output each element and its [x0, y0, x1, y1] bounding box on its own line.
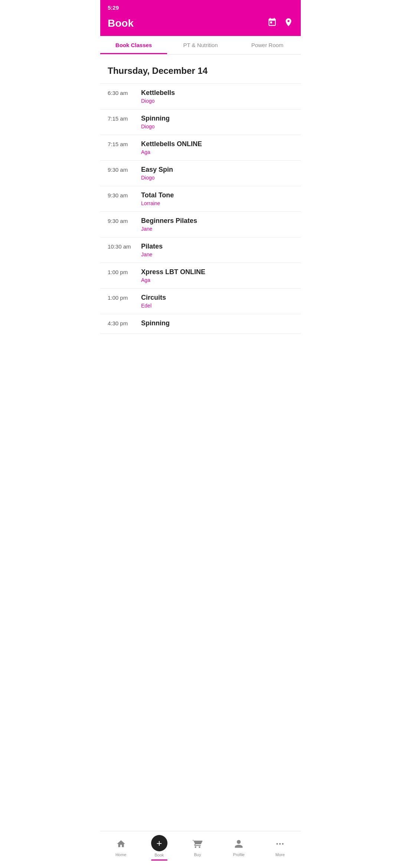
class-time: 4:30 pm — [108, 319, 141, 326]
main-content: Thursday, December 14 6:30 amKettlebells… — [100, 55, 301, 371]
class-info: Beginners PilatesJane — [141, 217, 293, 232]
class-info: CircuitsEdel — [141, 294, 293, 309]
class-info: SpinningDiogo — [141, 115, 293, 129]
location-icon[interactable] — [284, 17, 293, 29]
class-time: 7:15 am — [108, 140, 141, 147]
class-item[interactable]: 9:30 amTotal ToneLorraine — [100, 186, 301, 211]
class-instructor: Jane — [141, 251, 293, 257]
class-instructor: Aga — [141, 277, 293, 283]
date-heading: Thursday, December 14 — [100, 62, 301, 83]
class-item[interactable]: 1:00 pmCircuitsEdel — [100, 288, 301, 314]
class-name: Circuits — [141, 294, 293, 302]
plus-icon: + — [156, 838, 162, 848]
class-instructor: Edel — [141, 303, 293, 309]
class-time: 6:30 am — [108, 89, 141, 96]
nav-label-buy: Buy — [194, 852, 201, 857]
status-time: 5:29 — [108, 4, 119, 11]
class-instructor: Diogo — [141, 175, 293, 181]
class-time: 1:00 pm — [108, 268, 141, 275]
nav-item-buy[interactable]: Buy — [186, 839, 209, 857]
class-info: Total ToneLorraine — [141, 191, 293, 206]
profile-icon — [234, 839, 244, 851]
page-title: Book — [108, 17, 134, 29]
class-name: Kettlebells ONLINE — [141, 140, 293, 148]
nav-label-home: Home — [115, 852, 126, 857]
class-instructor: Diogo — [141, 124, 293, 129]
class-name: Kettlebells — [141, 89, 293, 97]
class-time: 9:30 am — [108, 191, 141, 198]
svg-point-2 — [282, 843, 284, 844]
class-time: 9:30 am — [108, 166, 141, 173]
class-info: Spinning — [141, 319, 293, 328]
class-name: Easy Spin — [141, 166, 293, 174]
book-tab-indicator — [151, 859, 167, 861]
class-item[interactable]: 7:15 amSpinningDiogo — [100, 109, 301, 135]
class-info: PilatesJane — [141, 243, 293, 257]
class-item[interactable]: 4:30 pmSpinning — [100, 314, 301, 334]
class-time: 10:30 am — [108, 243, 141, 250]
class-info: Xpress LBT ONLINEAga — [141, 268, 293, 283]
class-item[interactable]: 7:15 amKettlebells ONLINEAga — [100, 135, 301, 160]
bottom-navigation: Home + Book Buy Profile More — [100, 831, 301, 868]
class-instructor: Diogo — [141, 98, 293, 104]
svg-point-0 — [277, 843, 278, 844]
class-item[interactable]: 9:30 amBeginners PilatesJane — [100, 211, 301, 237]
nav-item-home[interactable]: Home — [110, 839, 132, 857]
buy-icon — [193, 839, 202, 851]
class-info: Easy SpinDiogo — [141, 166, 293, 181]
class-item[interactable]: 10:30 amPilatesJane — [100, 237, 301, 263]
tab-power-room[interactable]: Power Room — [234, 36, 301, 54]
class-info: Kettlebells ONLINEAga — [141, 140, 293, 155]
class-time: 1:00 pm — [108, 294, 141, 301]
tab-pt-nutrition[interactable]: PT & Nutrition — [167, 36, 234, 54]
header-icons — [267, 17, 293, 29]
class-name: Pilates — [141, 243, 293, 250]
class-name: Beginners Pilates — [141, 217, 293, 225]
class-item[interactable]: 9:30 amEasy SpinDiogo — [100, 160, 301, 186]
class-instructor: Lorraine — [141, 200, 293, 206]
nav-label-book: Book — [154, 853, 164, 857]
nav-item-more[interactable]: More — [269, 839, 291, 857]
tab-bar: Book Classes PT & Nutrition Power Room — [100, 36, 301, 55]
nav-label-more: More — [276, 852, 285, 857]
class-item[interactable]: 6:30 amKettlebellsDiogo — [100, 83, 301, 109]
class-instructor: Jane — [141, 226, 293, 232]
status-bar: 5:29 — [100, 0, 301, 14]
class-instructor: Aga — [141, 149, 293, 155]
class-name: Spinning — [141, 319, 293, 327]
class-name: Xpress LBT ONLINE — [141, 268, 293, 276]
more-icon — [275, 839, 285, 851]
header: Book — [100, 14, 301, 36]
svg-point-1 — [279, 843, 281, 844]
class-item[interactable]: 1:00 pmXpress LBT ONLINEAga — [100, 263, 301, 288]
nav-item-book[interactable]: + Book — [151, 835, 167, 861]
class-name: Spinning — [141, 115, 293, 122]
class-info: KettlebellsDiogo — [141, 89, 293, 104]
tab-book-classes[interactable]: Book Classes — [100, 36, 167, 54]
home-icon — [116, 839, 126, 851]
class-name: Total Tone — [141, 191, 293, 199]
nav-item-profile[interactable]: Profile — [228, 839, 250, 857]
class-time: 9:30 am — [108, 217, 141, 224]
calendar-icon[interactable] — [267, 17, 277, 29]
nav-label-profile: Profile — [233, 852, 245, 857]
book-add-button[interactable]: + — [151, 835, 167, 851]
class-list: 6:30 amKettlebellsDiogo7:15 amSpinningDi… — [100, 83, 301, 334]
class-time: 7:15 am — [108, 115, 141, 122]
